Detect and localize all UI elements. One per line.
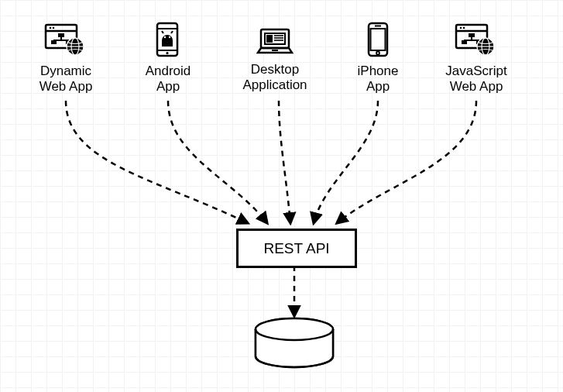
client-label-line2: Web App bbox=[39, 79, 93, 94]
client-label-line1: Desktop bbox=[251, 62, 299, 77]
client-label-line1: Dynamic bbox=[40, 64, 91, 78]
client-dynamic-web-app: Dynamic Web App bbox=[19, 22, 112, 95]
client-label-line1: JavaScript bbox=[445, 64, 506, 78]
client-label-line2: Web App bbox=[450, 79, 503, 94]
client-label-line2: Application bbox=[242, 77, 307, 92]
client-label-line2: App bbox=[366, 79, 390, 94]
android-phone-icon bbox=[125, 22, 211, 59]
client-label-line1: Android bbox=[146, 64, 191, 78]
rest-api-label: REST API bbox=[263, 240, 329, 257]
client-label-line1: iPhone bbox=[358, 64, 399, 78]
client-label-line2: App bbox=[156, 79, 180, 94]
iphone-icon bbox=[339, 22, 417, 59]
browser-globe-icon bbox=[19, 22, 112, 59]
laptop-icon bbox=[225, 25, 325, 57]
database-label: Database bbox=[266, 341, 323, 356]
client-android-app: Android App bbox=[125, 22, 211, 95]
client-iphone-app: iPhone App bbox=[339, 22, 417, 95]
client-javascript-web-app: JavaScript Web App bbox=[426, 22, 527, 95]
client-desktop-app: Desktop Application bbox=[225, 25, 325, 93]
browser-globe-icon bbox=[426, 22, 527, 59]
rest-api-box: REST API bbox=[236, 229, 357, 268]
